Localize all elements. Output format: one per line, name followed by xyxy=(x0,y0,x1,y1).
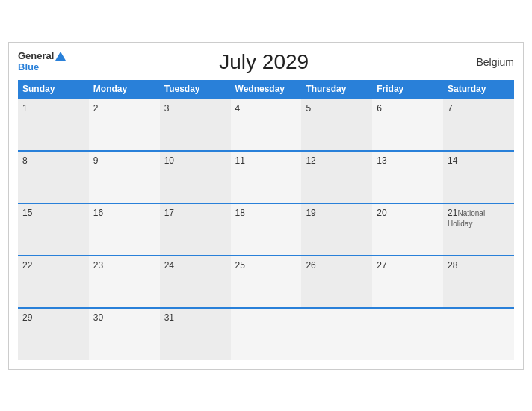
day-number: 14 xyxy=(448,155,457,166)
day-number: 24 xyxy=(164,260,174,271)
calendar-cell: 9 xyxy=(89,151,160,203)
day-number: 12 xyxy=(306,155,315,166)
day-number: 18 xyxy=(235,208,245,218)
calendar-cell: 18 xyxy=(231,203,302,256)
day-number: 4 xyxy=(235,103,241,114)
calendar-cell: 19 xyxy=(301,203,372,256)
week-row-3: 15161718192021National Holiday xyxy=(18,203,514,256)
day-number: 25 xyxy=(235,260,245,271)
day-number: 6 xyxy=(377,103,382,114)
calendar-header: General Blue July 2029 Belgium xyxy=(18,50,514,74)
calendar-cell: 24 xyxy=(160,256,231,308)
weekday-header-sunday: Sunday xyxy=(18,80,89,99)
calendar-cell: 28 xyxy=(443,256,514,308)
day-number: 3 xyxy=(164,103,170,114)
day-number: 27 xyxy=(377,260,386,271)
day-number: 31 xyxy=(164,312,174,323)
calendar-cell: 27 xyxy=(372,256,443,308)
day-number: 26 xyxy=(306,260,315,271)
week-row-4: 22232425262728 xyxy=(18,256,514,308)
logo-triangle-icon xyxy=(55,52,66,61)
calendar-cell xyxy=(301,308,372,360)
calendar-cell: 6 xyxy=(372,99,443,151)
day-number: 30 xyxy=(93,312,103,323)
calendar-cell: 17 xyxy=(160,203,231,256)
day-number: 28 xyxy=(448,260,457,271)
day-number: 21 xyxy=(448,208,457,218)
calendar-cell: 3 xyxy=(160,99,231,151)
calendar-cell: 2 xyxy=(89,99,160,151)
day-number: 9 xyxy=(93,155,99,166)
day-number: 23 xyxy=(93,260,103,271)
logo-general-text: General xyxy=(18,51,66,61)
day-number: 7 xyxy=(448,103,453,114)
calendar-cell: 1 xyxy=(18,99,89,151)
logo: General Blue xyxy=(18,51,66,72)
calendar-cell: 5 xyxy=(301,99,372,151)
day-number: 20 xyxy=(377,208,386,218)
calendar-cell: 7 xyxy=(443,99,514,151)
calendar-cell: 8 xyxy=(18,151,89,203)
calendar-cell: 29 xyxy=(18,308,89,360)
weekday-header-wednesday: Wednesday xyxy=(231,80,302,99)
day-number: 22 xyxy=(22,260,32,271)
day-number: 13 xyxy=(377,155,386,166)
calendar-cell xyxy=(231,308,302,360)
calendar-cell: 31 xyxy=(160,308,231,360)
calendar-cell: 16 xyxy=(89,203,160,256)
calendar-title: July 2029 xyxy=(66,50,462,74)
weekday-header-friday: Friday xyxy=(372,80,443,99)
calendar-cell: 11 xyxy=(231,151,302,203)
day-number: 17 xyxy=(164,208,174,218)
logo-blue-text: Blue xyxy=(18,62,66,72)
calendar-cell: 23 xyxy=(89,256,160,308)
weekday-header-thursday: Thursday xyxy=(301,80,372,99)
calendar-cell: 15 xyxy=(18,203,89,256)
calendar-cell xyxy=(443,308,514,360)
day-number: 1 xyxy=(22,103,28,114)
day-number: 10 xyxy=(164,155,174,166)
day-number: 8 xyxy=(22,155,28,166)
calendar-cell: 25 xyxy=(231,256,302,308)
day-number: 2 xyxy=(93,103,99,114)
calendar-cell: 4 xyxy=(231,99,302,151)
week-row-2: 891011121314 xyxy=(18,151,514,203)
calendar-cell: 10 xyxy=(160,151,231,203)
calendar: General Blue July 2029 Belgium SundayMon… xyxy=(8,42,524,370)
calendar-cell: 13 xyxy=(372,151,443,203)
calendar-cell: 12 xyxy=(301,151,372,203)
weekday-header-monday: Monday xyxy=(89,80,160,99)
week-row-5: 293031 xyxy=(18,308,514,360)
calendar-grid: SundayMondayTuesdayWednesdayThursdayFrid… xyxy=(18,80,514,360)
day-number: 11 xyxy=(235,155,245,166)
calendar-cell: 20 xyxy=(372,203,443,256)
week-row-1: 1234567 xyxy=(18,99,514,151)
day-number: 15 xyxy=(22,208,32,218)
day-number: 5 xyxy=(306,103,311,114)
day-number: 19 xyxy=(306,208,315,218)
weekday-header-tuesday: Tuesday xyxy=(160,80,231,99)
calendar-cell xyxy=(372,308,443,360)
weekday-header-saturday: Saturday xyxy=(443,80,514,99)
day-number: 16 xyxy=(93,208,103,218)
calendar-cell: 22 xyxy=(18,256,89,308)
calendar-cell: 26 xyxy=(301,256,372,308)
calendar-country: Belgium xyxy=(462,56,514,68)
calendar-cell: 30 xyxy=(89,308,160,360)
calendar-cell: 14 xyxy=(443,151,514,203)
weekday-header-row: SundayMondayTuesdayWednesdayThursdayFrid… xyxy=(18,80,514,99)
day-number: 29 xyxy=(22,312,32,323)
calendar-cell: 21National Holiday xyxy=(443,203,514,256)
